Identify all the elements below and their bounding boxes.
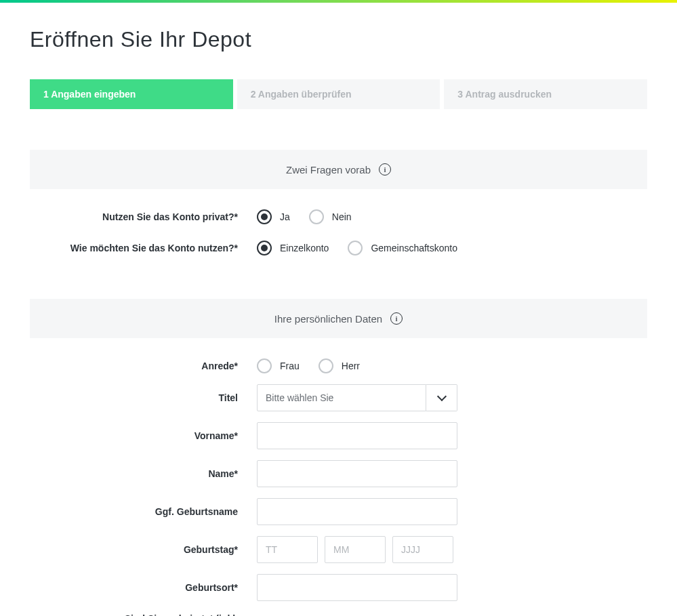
radio-label-yes: Ja — [280, 211, 290, 222]
radio-label-no: Nein — [332, 211, 352, 222]
section-header-prelim: Zwei Fragen vorab i — [30, 150, 647, 189]
section-title-prelim: Zwei Fragen vorab — [286, 164, 371, 176]
select-title-button[interactable] — [426, 384, 457, 411]
label-firstname: Vorname* — [30, 430, 257, 441]
radio-single-account[interactable]: Einzelkonto — [257, 241, 329, 255]
input-firstname[interactable] — [257, 422, 457, 449]
radio-private-no[interactable]: Nein — [309, 209, 352, 224]
row-birthday: Geburtstag* — [30, 536, 647, 563]
info-icon[interactable]: i — [379, 163, 391, 176]
progress-step-1[interactable]: 1 Angaben eingeben — [30, 79, 233, 109]
input-birthplace[interactable] — [257, 574, 457, 601]
progress-bar: 1 Angaben eingeben 2 Angaben überprüfen … — [30, 79, 647, 109]
chevron-down-icon — [436, 392, 446, 401]
row-salutation: Anrede* Frau Herr — [30, 358, 647, 373]
input-birthday-day[interactable] — [257, 536, 318, 563]
radio-circle-icon — [309, 209, 324, 224]
label-birthday: Geburtstag* — [30, 544, 257, 555]
radio-label-frau: Frau — [280, 361, 300, 371]
info-icon[interactable]: i — [390, 312, 403, 325]
label-salutation: Anrede* — [30, 361, 257, 371]
radio-label-herr: Herr — [342, 361, 360, 371]
row-lastname: Name* — [30, 460, 647, 487]
progress-step-2[interactable]: 2 Angaben überprüfen — [237, 79, 440, 109]
radio-circle-icon — [257, 358, 272, 373]
section-title-personal: Ihre persönlichen Daten — [274, 313, 382, 325]
radio-private-yes[interactable]: Ja — [257, 209, 290, 224]
radio-circle-icon — [257, 241, 272, 255]
row-birthname: Ggf. Geburtsname — [30, 498, 647, 525]
radio-circle-icon — [257, 209, 272, 224]
label-private-use: Nutzen Sie das Konto privat?* — [30, 211, 257, 222]
row-firstname: Vorname* — [30, 422, 647, 449]
label-birthname: Ggf. Geburtsname — [30, 506, 257, 517]
progress-step-3[interactable]: 3 Antrag ausdrucken — [444, 79, 647, 109]
input-lastname[interactable] — [257, 460, 457, 487]
radio-joint-account[interactable]: Gemeinschaftskonto — [348, 241, 457, 255]
row-title: Titel Bitte wählen Sie — [30, 384, 647, 411]
row-married: Sind Sie verheiratet (inkl. eingetr. Leb… — [30, 612, 647, 616]
radio-circle-icon — [319, 358, 333, 373]
input-birthday-month[interactable] — [325, 536, 386, 563]
page-title: Eröffnen Sie Ihr Depot — [30, 27, 647, 52]
row-account-type: Wie möchten Sie das Konto nutzen?* Einze… — [30, 241, 647, 255]
radio-label-joint: Gemeinschaftskonto — [371, 243, 457, 253]
label-account-type: Wie möchten Sie das Konto nutzen?* — [30, 243, 257, 253]
radio-frau[interactable]: Frau — [257, 358, 300, 373]
section-header-personal: Ihre persönlichen Daten i — [30, 299, 647, 338]
input-birthname[interactable] — [257, 498, 457, 525]
select-title-value: Bitte wählen Sie — [257, 384, 426, 411]
row-private-use: Nutzen Sie das Konto privat?* Ja Nein — [30, 209, 647, 224]
radio-herr[interactable]: Herr — [319, 358, 360, 373]
select-title[interactable]: Bitte wählen Sie — [257, 384, 457, 411]
main-container: Eröffnen Sie Ihr Depot 1 Angaben eingebe… — [0, 3, 677, 616]
label-lastname: Name* — [30, 468, 257, 479]
row-birthplace: Geburtsort* — [30, 574, 647, 601]
radio-label-single: Einzelkonto — [280, 243, 329, 253]
radio-circle-icon — [348, 241, 363, 255]
label-birthplace: Geburtsort* — [30, 582, 257, 593]
label-married: Sind Sie verheiratet (inkl. eingetr. Leb… — [30, 612, 257, 616]
label-title: Titel — [30, 392, 257, 403]
input-birthday-year[interactable] — [392, 536, 453, 563]
